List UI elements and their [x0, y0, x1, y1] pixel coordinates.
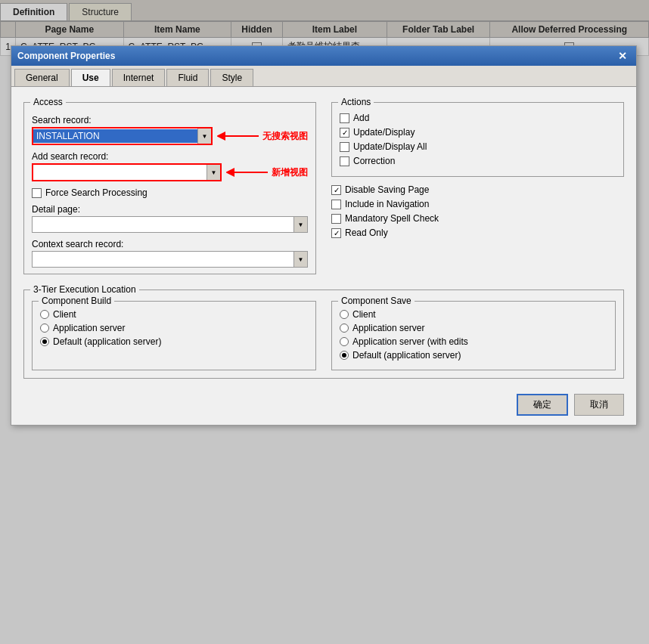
actions-group: Actions Add ✓ Update/Display Update/Disp…: [331, 102, 624, 177]
action-correction-row: Correction: [340, 156, 616, 166]
component-save-label: Component Save: [338, 296, 415, 306]
arrow-to-add-search: [226, 165, 272, 180]
force-search-row: Force Search Processing: [32, 187, 308, 198]
three-tier-section: 3-Tier Execution Location Component Buil…: [23, 289, 624, 379]
dialog-body: Access Search record: ▼: [11, 87, 636, 388]
tab-internet[interactable]: Internet: [112, 69, 166, 86]
add-search-record-dropdown-btn[interactable]: ▼: [206, 165, 220, 180]
add-search-record-input[interactable]: [33, 166, 206, 179]
tab-general[interactable]: General: [14, 69, 70, 86]
build-app-server-radio[interactable]: [40, 324, 49, 333]
read-only-row: ✓ Read Only: [331, 228, 624, 238]
tab-use[interactable]: Use: [71, 69, 110, 86]
force-search-label: Force Search Processing: [45, 187, 148, 198]
arrow-to-installation: [217, 128, 262, 144]
three-tier-label: 3-Tier Execution Location: [30, 284, 139, 295]
new-add-view-label: 新增视图: [272, 166, 308, 179]
mandatory-spell-check-label: Mandatory Spell Check: [345, 213, 439, 224]
search-record-combo[interactable]: ▼: [32, 127, 213, 145]
action-update-display-all-label: Update/Display All: [353, 141, 427, 152]
mandatory-spell-check-row: Mandatory Spell Check: [331, 213, 624, 224]
action-correction-label: Correction: [353, 156, 395, 166]
dialog-tab-bar: General Use Internet Fluid Style: [11, 66, 636, 87]
build-default-radio[interactable]: [40, 337, 49, 346]
add-search-record-row: ▼ 新增视图: [32, 163, 308, 181]
action-update-display-all-row: Update/Display All: [340, 141, 616, 152]
action-correction-checkbox[interactable]: [340, 156, 349, 166]
detail-page-combo[interactable]: ▼: [32, 216, 308, 233]
save-default-row: Default (application server): [340, 350, 607, 361]
detail-page-dropdown-btn[interactable]: ▼: [293, 217, 307, 232]
disable-saving-label: Disable Saving Page: [345, 184, 429, 195]
include-navigation-checkbox[interactable]: [331, 200, 341, 209]
action-add-row: Add: [340, 113, 616, 123]
action-update-display-row: ✓ Update/Display: [340, 127, 616, 138]
disable-saving-checkbox[interactable]: ✓: [331, 185, 341, 195]
action-add-label: Add: [353, 113, 369, 123]
component-build-label: Component Build: [39, 296, 114, 306]
build-client-label: Client: [53, 309, 76, 320]
force-search-checkbox[interactable]: [32, 188, 42, 198]
installation-arrow-indicator: 无搜索视图: [217, 128, 308, 144]
right-column: Actions Add ✓ Update/Display Update/Disp…: [331, 102, 624, 282]
action-update-display-all-checkbox[interactable]: [340, 142, 349, 152]
disable-saving-row: ✓ Disable Saving Page: [331, 184, 624, 195]
save-client-row: Client: [340, 309, 607, 320]
dialog-two-columns: Access Search record: ▼: [23, 102, 624, 282]
dialog-close-button[interactable]: ✕: [615, 50, 630, 62]
build-app-server-label: Application server: [53, 323, 125, 333]
build-client-radio[interactable]: [40, 310, 49, 319]
tab-style[interactable]: Style: [210, 69, 253, 86]
component-save-col: Component Save Client Application server…: [331, 301, 616, 370]
detail-page-input[interactable]: [33, 218, 293, 231]
save-app-server-row: Application server: [340, 323, 607, 333]
save-app-server-edits-row: Application server (with edits: [340, 336, 607, 347]
save-default-label: Default (application server): [352, 350, 461, 361]
read-only-label: Read Only: [345, 228, 388, 238]
context-search-input[interactable]: [33, 252, 293, 266]
save-client-label: Client: [352, 309, 376, 320]
actions-group-label: Actions: [338, 97, 374, 107]
save-app-server-label: Application server: [352, 323, 424, 333]
context-search-label: Context search record:: [32, 239, 308, 249]
build-default-label: Default (application server): [53, 336, 161, 347]
left-column: Access Search record: ▼: [23, 102, 316, 282]
add-search-record-label: Add search record:: [32, 151, 308, 162]
search-record-dropdown-btn[interactable]: ▼: [197, 128, 211, 144]
build-app-server-row: Application server: [40, 323, 308, 333]
include-navigation-row: Include in Navigation: [331, 199, 624, 209]
access-group-label: Access: [30, 97, 66, 107]
access-group: Access Search record: ▼: [23, 102, 316, 274]
save-app-server-edits-radio[interactable]: [340, 337, 349, 346]
component-properties-dialog: Component Properties ✕ General Use Inter…: [11, 45, 637, 426]
ok-button[interactable]: 确定: [517, 394, 568, 416]
add-search-arrow-indicator: 新增视图: [226, 165, 308, 180]
save-client-radio[interactable]: [340, 310, 349, 319]
search-record-row: ▼ 无搜索视图: [32, 127, 308, 145]
cancel-button[interactable]: 取消: [574, 394, 624, 416]
context-search-dropdown-btn[interactable]: ▼: [293, 252, 307, 267]
context-search-combo[interactable]: ▼: [32, 251, 308, 268]
save-app-server-radio[interactable]: [340, 324, 349, 333]
detail-page-label: Detail page:: [32, 204, 308, 215]
tab-fluid[interactable]: Fluid: [166, 69, 209, 86]
search-record-label: Search record:: [32, 115, 308, 125]
include-navigation-label: Include in Navigation: [345, 199, 429, 209]
no-search-view-label: 无搜索视图: [262, 130, 308, 143]
add-search-record-combo[interactable]: ▼: [32, 163, 222, 181]
search-record-input[interactable]: [33, 129, 197, 143]
dialog-titlebar: Component Properties ✕: [11, 46, 636, 66]
read-only-checkbox[interactable]: ✓: [331, 228, 341, 238]
save-app-server-edits-label: Application server (with edits: [352, 336, 468, 347]
save-default-radio[interactable]: [340, 351, 349, 360]
dialog-footer: 确定 取消: [11, 388, 636, 425]
build-client-row: Client: [40, 309, 308, 320]
build-default-row: Default (application server): [40, 336, 308, 347]
tier-columns: Component Build Client Application serve…: [32, 301, 616, 370]
action-update-display-label: Update/Display: [353, 127, 415, 138]
options-section: ✓ Disable Saving Page Include in Navigat…: [331, 184, 624, 238]
component-build-col: Component Build Client Application serve…: [32, 301, 316, 370]
mandatory-spell-check-checkbox[interactable]: [331, 214, 341, 224]
action-update-display-checkbox[interactable]: ✓: [340, 128, 349, 138]
action-add-checkbox[interactable]: [340, 113, 349, 123]
